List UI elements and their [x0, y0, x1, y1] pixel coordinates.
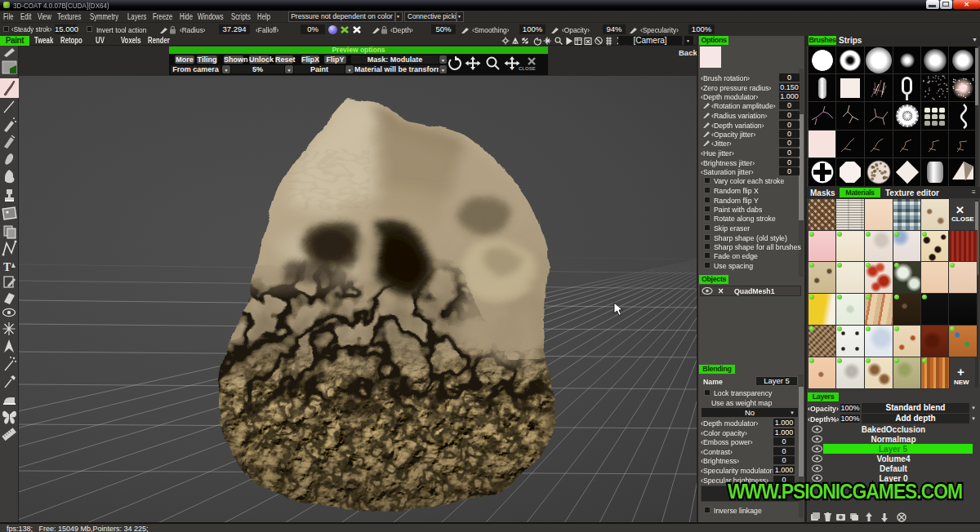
svg-text:T: T: [3, 261, 11, 273]
